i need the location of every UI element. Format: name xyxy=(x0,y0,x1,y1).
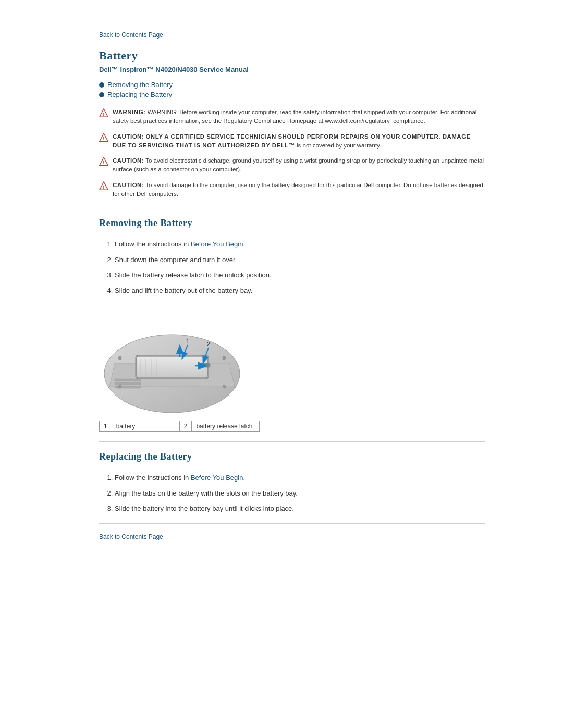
replacing-section-title: Replacing the Battery xyxy=(99,451,485,462)
before-you-begin-link-2[interactable]: Before You Begin xyxy=(191,474,243,482)
legend-num-1: 1 xyxy=(100,421,112,432)
removing-step-1: Follow the instructions in Before You Be… xyxy=(115,239,485,250)
toc-item-replacing: Replacing the Battery xyxy=(99,91,485,98)
manual-title: Dell™ Inspiron™ N4020/N4030 Service Manu… xyxy=(99,66,485,73)
before-you-begin-link-1[interactable]: Before You Begin xyxy=(191,240,243,248)
section-divider-1 xyxy=(99,208,485,208)
svg-rect-10 xyxy=(137,356,207,378)
svg-text:2: 2 xyxy=(207,341,210,347)
caution-text-3: CAUTION: To avoid damage to the computer… xyxy=(113,181,485,199)
caution-notice-1: ! CAUTION: Only a certified service tech… xyxy=(99,132,485,151)
svg-text:!: ! xyxy=(103,159,104,165)
legend-num-2: 2 xyxy=(179,421,192,432)
toc-link-replacing[interactable]: Replacing the Battery xyxy=(107,91,172,98)
svg-rect-23 xyxy=(115,382,141,385)
svg-text:!: ! xyxy=(103,183,104,189)
caution-text-2: CAUTION: To avoid electrostatic discharg… xyxy=(113,156,485,175)
replacing-step-1: Follow the instructions in Before You Be… xyxy=(115,473,485,483)
removing-section-title: Removing the Battery xyxy=(99,218,485,229)
svg-point-28 xyxy=(223,385,226,388)
toc-item-removing: Removing the Battery xyxy=(99,81,485,89)
caution-icon-1: ! xyxy=(99,133,108,145)
warning-icon: ! xyxy=(99,108,108,120)
svg-rect-22 xyxy=(115,379,141,381)
battery-image-container: 1 2 xyxy=(99,306,485,432)
caution-icon-2: ! xyxy=(99,157,108,169)
caution-icon-3: ! xyxy=(99,181,108,193)
removing-step-4: Slide and lift the battery out of the ba… xyxy=(115,286,485,296)
warning-text: WARNING: WARNING: Before working inside … xyxy=(113,108,485,126)
section-divider-3 xyxy=(99,523,485,524)
caution-text-1: CAUTION: Only a certified service techni… xyxy=(113,132,485,151)
legend-table: 1 battery 2 battery release latch xyxy=(99,421,260,432)
battery-diagram: 1 2 xyxy=(99,306,245,415)
svg-text:!: ! xyxy=(103,135,104,141)
page-title: Battery xyxy=(99,49,485,63)
legend-label-1: battery xyxy=(112,421,179,432)
back-to-contents-bottom[interactable]: Back to Contents Page xyxy=(99,533,485,540)
removing-step-3: Slide the battery release latch to the u… xyxy=(115,270,485,280)
svg-text:1: 1 xyxy=(186,338,189,344)
back-to-contents-top[interactable]: Back to Contents Page xyxy=(99,31,485,39)
caution-notice-2: ! CAUTION: To avoid electrostatic discha… xyxy=(99,156,485,175)
svg-text:!: ! xyxy=(103,111,104,117)
svg-point-27 xyxy=(118,385,121,388)
replacing-steps-list: Follow the instructions in Before You Be… xyxy=(99,473,485,514)
removing-steps-list: Follow the instructions in Before You Be… xyxy=(99,239,485,295)
table-of-contents: Removing the Battery Replacing the Batte… xyxy=(99,81,485,98)
toc-bullet-2 xyxy=(99,92,104,97)
toc-link-removing[interactable]: Removing the Battery xyxy=(107,81,173,89)
svg-point-26 xyxy=(223,356,226,360)
legend-label-2: battery release latch xyxy=(192,421,260,432)
replacing-step-3: Slide the battery into the battery bay u… xyxy=(115,503,485,514)
caution-notice-3: ! CAUTION: To avoid damage to the comput… xyxy=(99,181,485,199)
removing-step-2: Shut down the computer and turn it over. xyxy=(115,255,485,265)
warning-notice: ! WARNING: WARNING: Before working insid… xyxy=(99,108,485,126)
toc-bullet xyxy=(99,82,104,88)
section-divider-2 xyxy=(99,441,485,442)
svg-point-25 xyxy=(118,356,121,360)
replacing-step-2: Align the tabs on the battery with the s… xyxy=(115,488,485,499)
